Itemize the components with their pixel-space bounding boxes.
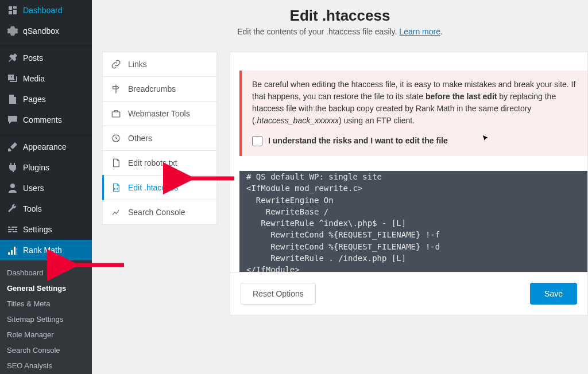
- sub-titles-meta[interactable]: Titles & Meta: [0, 296, 92, 311]
- brush-icon: [7, 141, 18, 153]
- tab-search-console[interactable]: Search Console: [103, 200, 216, 224]
- wrench-icon: [7, 203, 18, 215]
- understand-label[interactable]: I understand the risks and I want to edi…: [268, 135, 448, 147]
- menu-pages[interactable]: Pages: [0, 89, 92, 110]
- page-header: Edit .htaccess Edit the contents of your…: [92, 0, 588, 42]
- sub-sitemap[interactable]: Sitemap Settings: [0, 311, 92, 327]
- tab-others[interactable]: Others: [103, 126, 216, 151]
- tab-breadcrumbs[interactable]: Breadcrumbs: [103, 77, 216, 102]
- menu-media[interactable]: Media: [0, 68, 92, 89]
- signpost-icon: [111, 84, 121, 94]
- page-icon: [7, 94, 18, 105]
- menu-comments[interactable]: Comments: [0, 110, 92, 130]
- menu-label: Settings: [23, 225, 52, 234]
- menu-tools[interactable]: Tools: [0, 198, 92, 219]
- menu-label: Pages: [23, 95, 46, 104]
- gear-icon: [7, 25, 18, 37]
- menu-label: Users: [23, 184, 44, 193]
- menu-rankmath[interactable]: Rank Math: [0, 240, 92, 260]
- toolbox-icon: [111, 108, 121, 119]
- tab-label: Others: [128, 134, 152, 143]
- menu-label: Appearance: [23, 142, 67, 151]
- tab-label: Webmaster Tools: [128, 109, 190, 118]
- warning-bold: before the last edit: [425, 92, 497, 101]
- menu-appearance[interactable]: Appearance: [0, 133, 92, 157]
- dashboard-icon: [7, 5, 18, 16]
- file-code-icon: [111, 182, 121, 193]
- menu-label: Dashboard: [23, 6, 63, 15]
- pin-icon: [7, 52, 18, 64]
- chart-icon: [111, 207, 121, 217]
- link-icon: [111, 59, 121, 69]
- svg-rect-0: [112, 112, 120, 117]
- tab-webmaster[interactable]: Webmaster Tools: [103, 102, 216, 126]
- tab-label: Edit robots.txt: [128, 158, 177, 167]
- save-button[interactable]: Save: [530, 283, 577, 305]
- user-icon: [7, 182, 18, 194]
- tab-label: Search Console: [128, 208, 185, 217]
- page-title: Edit .htaccess: [92, 7, 588, 25]
- menu-label: qSandbox: [23, 26, 59, 36]
- media-icon: [7, 73, 18, 84]
- tab-label: Edit .htaccess: [128, 183, 178, 192]
- wp-admin-sidebar: Dashboard qSandbox Posts Media Pages Com…: [0, 0, 92, 374]
- menu-label: Posts: [23, 53, 43, 63]
- sub-general-settings[interactable]: General Settings: [0, 280, 92, 296]
- tab-robots[interactable]: Edit robots.txt: [103, 151, 216, 176]
- sub-dashboard[interactable]: Dashboard: [0, 265, 92, 280]
- settings-content: Be careful when editing the htaccess fil…: [230, 52, 588, 315]
- desc-text: Edit the contents of your .htaccess file…: [237, 27, 399, 36]
- action-bar: Reset Options Save: [230, 272, 587, 315]
- file-icon: [111, 158, 121, 168]
- menu-dashboard[interactable]: Dashboard: [0, 0, 92, 21]
- sub-seo-analysis[interactable]: SEO Analysis: [0, 358, 92, 373]
- menu-label: Tools: [23, 204, 42, 213]
- tab-label: Breadcrumbs: [128, 84, 176, 94]
- main-content: Edit .htaccess Edit the contents of your…: [92, 0, 588, 374]
- warning-text3: ) using an FTP client.: [339, 116, 415, 125]
- menu-label: Plugins: [23, 163, 49, 172]
- learn-more-link[interactable]: Learn more: [399, 27, 440, 36]
- menu-plugins[interactable]: Plugins: [0, 157, 92, 178]
- sliders-icon: [7, 224, 18, 235]
- menu-label: Comments: [23, 115, 62, 124]
- settings-tabs: Links Breadcrumbs Webmaster Tools Others…: [102, 52, 217, 225]
- sub-role[interactable]: Role Manager: [0, 327, 92, 342]
- menu-settings[interactable]: Settings: [0, 219, 92, 240]
- sub-search-console[interactable]: Search Console: [0, 342, 92, 358]
- tab-htaccess[interactable]: Edit .htaccess: [103, 176, 216, 200]
- page-desc: Edit the contents of your .htaccess file…: [92, 27, 588, 36]
- menu-users[interactable]: Users: [0, 178, 92, 198]
- cursor-icon: [482, 134, 491, 143]
- menu-label: Media: [23, 74, 45, 83]
- circle-icon: [111, 133, 121, 143]
- plug-icon: [7, 162, 18, 173]
- menu-qsandbox[interactable]: qSandbox: [0, 21, 92, 41]
- menu-label: Rank Math: [23, 246, 62, 255]
- menu-posts[interactable]: Posts: [0, 44, 92, 68]
- warning-backup: .htaccess_back_xxxxxx: [255, 116, 339, 125]
- understand-checkbox[interactable]: [252, 136, 262, 146]
- tab-links[interactable]: Links: [103, 52, 216, 77]
- tab-label: Links: [128, 60, 147, 69]
- rankmath-icon: [7, 244, 18, 256]
- rankmath-submenu: Dashboard General Settings Titles & Meta…: [0, 260, 92, 374]
- warning-notice: Be careful when editing the htaccess fil…: [239, 71, 587, 156]
- comment-icon: [7, 114, 18, 126]
- reset-button[interactable]: Reset Options: [241, 283, 316, 305]
